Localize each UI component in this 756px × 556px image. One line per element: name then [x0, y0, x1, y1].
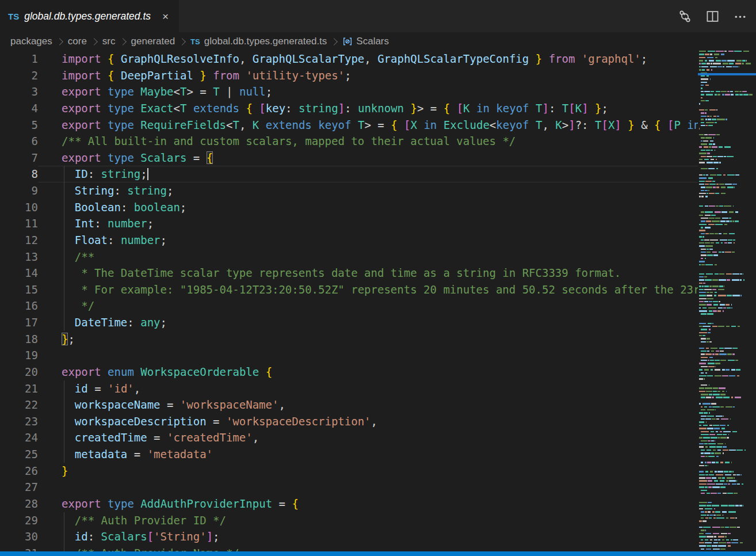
breadcrumb-file-name: global.db.types.generated.ts — [204, 36, 327, 47]
minimap-line — [701, 233, 735, 234]
minimap-line — [699, 505, 743, 506]
minimap-line — [699, 474, 742, 475]
open-changes-icon[interactable] — [678, 9, 692, 23]
minimap-line — [701, 252, 735, 253]
code-line[interactable]: 7export type Scalars = { — [0, 150, 698, 166]
minimap-line — [699, 236, 704, 237]
code-line[interactable]: 21id = 'id', — [0, 380, 698, 397]
code-line[interactable]: 8ID: string; — [0, 166, 698, 182]
code-line[interactable]: 9String: string; — [0, 182, 698, 199]
code-text: export type Exact<T extends { [key: stri… — [38, 100, 698, 117]
code-line[interactable]: 5export type RequireFields<T, K extends … — [0, 117, 698, 134]
minimap-line — [701, 450, 746, 451]
minimap-line — [699, 310, 724, 311]
code-line[interactable]: 31/** Auth Provider Name */ — [0, 545, 698, 551]
minimap-line — [701, 416, 724, 417]
chevron-right-icon — [56, 38, 63, 45]
split-editor-icon[interactable] — [705, 9, 719, 23]
code-line[interactable]: 26} — [0, 463, 698, 479]
code-text: workspaceName = 'workspaceName', — [38, 397, 698, 413]
breadcrumb-item-folder[interactable]: packages — [10, 36, 52, 47]
minimap-line — [699, 245, 713, 246]
minimap-line — [701, 549, 726, 550]
typescript-file-icon: TS — [8, 12, 19, 21]
breadcrumb-item-file[interactable]: TS global.db.types.generated.ts — [190, 36, 327, 47]
minimap-line — [701, 351, 724, 352]
minimap-line — [699, 292, 717, 293]
breadcrumb-item-folder[interactable]: generated — [131, 36, 175, 47]
line-number: 31 — [0, 545, 38, 551]
code-line[interactable]: 4export type Exact<T extends { [key: str… — [0, 100, 698, 117]
minimap-line — [701, 462, 732, 463]
code-text: } — [38, 463, 698, 479]
minimap-line — [699, 193, 726, 194]
code-line[interactable]: 16 */ — [0, 298, 698, 314]
line-number: 16 — [0, 298, 38, 314]
line-number: 18 — [0, 331, 38, 348]
minimap-line — [699, 387, 726, 389]
code-line[interactable]: 28export type AddAuthProviderInput = { — [0, 496, 698, 512]
code-text: Float: number; — [38, 232, 698, 249]
code-line[interactable]: 19 — [0, 347, 698, 364]
indent-guide — [64, 512, 64, 529]
minimap[interactable] — [698, 51, 756, 551]
editor-actions — [678, 0, 756, 32]
minimap-line — [699, 283, 705, 284]
close-icon[interactable]: × — [160, 10, 171, 23]
code-line[interactable]: 12Float: number; — [0, 232, 698, 249]
breadcrumb-folders: packagescoresrcgenerated — [10, 36, 190, 47]
code-line[interactable]: 14 * The DateTime scalar type represents… — [0, 265, 698, 281]
code-line[interactable]: 13/** — [0, 249, 698, 265]
minimap-line — [699, 508, 715, 509]
code-line[interactable]: 29/** Auth Provider ID */ — [0, 512, 698, 529]
indent-guide — [64, 446, 64, 463]
line-number: 25 — [0, 446, 38, 463]
code-line[interactable]: 30id: Scalars['String']; — [0, 528, 698, 545]
minimap-line — [699, 378, 705, 379]
code-line[interactable]: 23workspaceDescription = 'workspaceDescr… — [0, 413, 698, 430]
code-text: /** Auth Provider ID */ — [38, 512, 698, 529]
breadcrumb-item-folder[interactable]: src — [102, 36, 116, 47]
minimap-line — [701, 140, 713, 142]
minimap-line — [701, 493, 738, 494]
code-text — [38, 347, 698, 364]
code-line[interactable]: 25metadata = 'metadata' — [0, 446, 698, 463]
minimap-line — [701, 94, 753, 95]
code-text: export enum WorkspaceOrderable { — [38, 364, 698, 380]
minimap-line — [701, 87, 702, 89]
code-line[interactable]: 17DateTime: any; — [0, 314, 698, 331]
code-line[interactable]: 15 * For example: "1985-04-12T23:20:50.5… — [0, 281, 698, 298]
minimap-line — [701, 394, 726, 395]
tab-global-db-types-generated[interactable]: TS global.db.types.generated.ts × — [0, 0, 179, 32]
code-line[interactable]: 2import { DeepPartial } from 'utility-ty… — [0, 67, 698, 84]
code-line[interactable]: 1import { GraphQLResolveInfo, GraphQLSca… — [0, 51, 698, 67]
line-number: 13 — [0, 249, 38, 265]
code-line[interactable]: 22workspaceName = 'workspaceName', — [0, 397, 698, 413]
minimap-line — [699, 437, 729, 438]
minimap-line — [699, 242, 735, 243]
code-line[interactable]: 3export type Maybe<T> = T | null; — [0, 83, 698, 100]
code-text: import { DeepPartial } from 'utility-typ… — [38, 67, 698, 84]
minimap-line — [701, 539, 738, 540]
minimap-line — [699, 153, 710, 154]
code-editor[interactable]: 1import { GraphQLResolveInfo, GraphQLSca… — [0, 51, 698, 551]
code-line[interactable]: 20export enum WorkspaceOrderable { — [0, 364, 698, 380]
code-line[interactable]: 11Int: number; — [0, 215, 698, 232]
code-line[interactable]: 6/** All built-in and custom scalars, ma… — [0, 133, 698, 150]
indent-guide — [64, 429, 64, 446]
code-text: * The DateTime scalar type represents da… — [38, 265, 698, 281]
breadcrumb-item-symbol[interactable]: Scalars — [342, 36, 389, 47]
code-line[interactable]: 10Boolean: boolean; — [0, 199, 698, 216]
code-text — [38, 479, 698, 496]
indent-guide — [64, 281, 64, 298]
code-line[interactable]: 27 — [0, 479, 698, 496]
minimap-line — [699, 60, 747, 61]
minimap-line — [699, 428, 725, 429]
vscode-editor-window: TS global.db.types.generated.ts × — [0, 0, 756, 556]
minimap-line — [699, 520, 707, 521]
more-actions-icon[interactable] — [733, 9, 747, 23]
code-line[interactable]: 18}; — [0, 331, 698, 348]
minimap-line — [699, 421, 706, 422]
breadcrumb-item-folder[interactable]: core — [68, 36, 87, 47]
code-line[interactable]: 24createdTime = 'createdTime', — [0, 429, 698, 446]
